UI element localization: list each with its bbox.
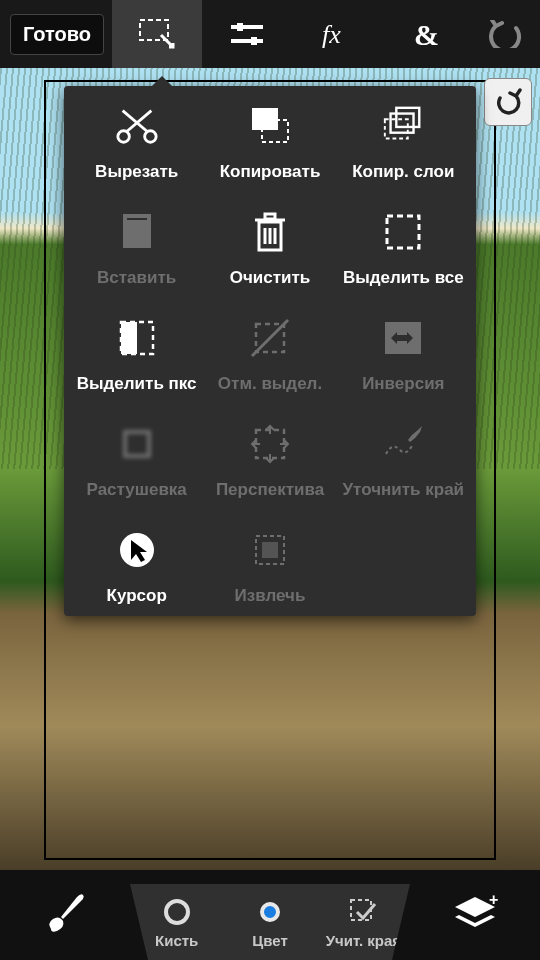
sliders-icon — [231, 20, 263, 48]
app-root: Готово fx — [0, 0, 540, 960]
feather-icon — [115, 422, 159, 466]
bottom-center-group: Кисть Цвет Учит. края — [130, 870, 410, 960]
menu-label: Перспектива — [216, 480, 324, 500]
menu-item-perspective: Перспектива — [203, 422, 336, 500]
brush-label: Кисть — [155, 932, 198, 949]
svg-text:&: & — [414, 19, 439, 49]
menu-label: Отм. выдел. — [218, 374, 322, 394]
trash-icon — [248, 210, 292, 254]
svg-line-9 — [126, 111, 151, 132]
top-bar: Готово fx — [0, 0, 540, 68]
perspective-icon — [248, 422, 292, 466]
cursor-icon — [115, 528, 159, 572]
svg-text:fx: fx — [322, 20, 341, 49]
marquee-edit-icon — [139, 19, 175, 49]
menu-label: Курсор — [107, 586, 167, 606]
deselect-icon — [248, 316, 292, 360]
menu-label: Растушевка — [87, 480, 187, 500]
menu-item-feather: Растушевка — [70, 422, 203, 500]
layers-icon: + — [451, 893, 499, 937]
menu-label: Вырезать — [95, 162, 178, 182]
copy-layers-icon — [381, 104, 425, 148]
menu-label: Извлечь — [235, 586, 306, 606]
select-all-icon — [381, 210, 425, 254]
menu-label: Очистить — [230, 268, 311, 288]
color-dot-icon — [254, 896, 286, 928]
svg-rect-35 — [262, 542, 278, 558]
ampersand-icon: & — [412, 19, 442, 49]
svg-rect-16 — [123, 218, 151, 248]
edges-label: Учит. края — [326, 932, 401, 949]
color-settings-button[interactable]: Цвет — [223, 884, 316, 960]
select-pixels-icon — [115, 316, 159, 360]
svg-rect-18 — [127, 218, 147, 220]
undo-button[interactable] — [480, 0, 530, 68]
fx-icon: fx — [322, 19, 352, 49]
bottom-bar: Кисть Цвет Учит. края + — [0, 870, 540, 960]
menu-item-refine-edge: Уточнить край — [337, 422, 470, 500]
undo-icon — [488, 20, 522, 48]
copy-icon — [248, 104, 292, 148]
menu-item-deselect: Отм. выдел. — [203, 316, 336, 394]
svg-rect-21 — [265, 214, 275, 219]
menu-item-copy-layers[interactable]: Копир. слои — [337, 104, 470, 182]
refine-edge-icon — [381, 422, 425, 466]
svg-line-10 — [122, 111, 147, 132]
menu-label: Выделить все — [343, 268, 464, 288]
menu-label: Уточнить край — [343, 480, 465, 500]
top-toolbar: fx & — [112, 0, 472, 68]
layers-button[interactable]: + — [410, 870, 540, 960]
menu-label: Копир. слои — [352, 162, 454, 182]
menu-label: Вставить — [97, 268, 176, 288]
ring-icon — [161, 896, 193, 928]
redo-icon — [494, 88, 522, 116]
selection-tool-button[interactable] — [112, 0, 202, 68]
paste-icon — [115, 210, 159, 254]
color-label: Цвет — [252, 932, 287, 949]
menu-item-cursor[interactable]: Курсор — [70, 528, 203, 606]
extract-icon — [248, 528, 292, 572]
svg-rect-4 — [251, 37, 257, 45]
checkbox-icon — [347, 896, 379, 928]
adjustments-button[interactable] — [202, 0, 292, 68]
brush-settings-button[interactable]: Кисть — [130, 884, 223, 960]
selection-menu-grid: Вырезать Копировать Копир. слои Вставить — [70, 104, 470, 606]
svg-text:+: + — [489, 893, 498, 908]
selection-menu-panel: Вырезать Копировать Копир. слои Вставить — [64, 86, 476, 616]
text-tool-button[interactable]: & — [382, 0, 472, 68]
svg-rect-32 — [256, 430, 284, 458]
menu-label: Инверсия — [362, 374, 444, 394]
edge-aware-button[interactable]: Учит. края — [317, 884, 410, 960]
menu-item-clear[interactable]: Очистить — [203, 210, 336, 288]
svg-line-29 — [252, 320, 288, 356]
redo-button[interactable] — [484, 78, 532, 126]
menu-item-copy[interactable]: Копировать — [203, 104, 336, 182]
svg-rect-31 — [125, 432, 149, 456]
cut-icon — [115, 104, 159, 148]
inverse-icon — [381, 316, 425, 360]
menu-item-select-all[interactable]: Выделить все — [337, 210, 470, 288]
svg-rect-2 — [237, 23, 243, 31]
menu-item-inverse: Инверсия — [337, 316, 470, 394]
effects-button[interactable]: fx — [292, 0, 382, 68]
menu-item-extract: Извлечь — [203, 528, 336, 606]
menu-label: Выделить пкс — [77, 374, 197, 394]
menu-item-select-pixels[interactable]: Выделить пкс — [70, 316, 203, 394]
svg-rect-25 — [387, 216, 419, 248]
menu-item-cut[interactable]: Вырезать — [70, 104, 203, 182]
done-button[interactable]: Готово — [10, 14, 104, 55]
menu-label: Копировать — [220, 162, 321, 182]
svg-rect-14 — [391, 114, 414, 133]
brush-icon — [41, 891, 89, 939]
menu-item-paste: Вставить — [70, 210, 203, 288]
brush-tool-button[interactable] — [0, 870, 130, 960]
svg-rect-26 — [121, 322, 137, 354]
